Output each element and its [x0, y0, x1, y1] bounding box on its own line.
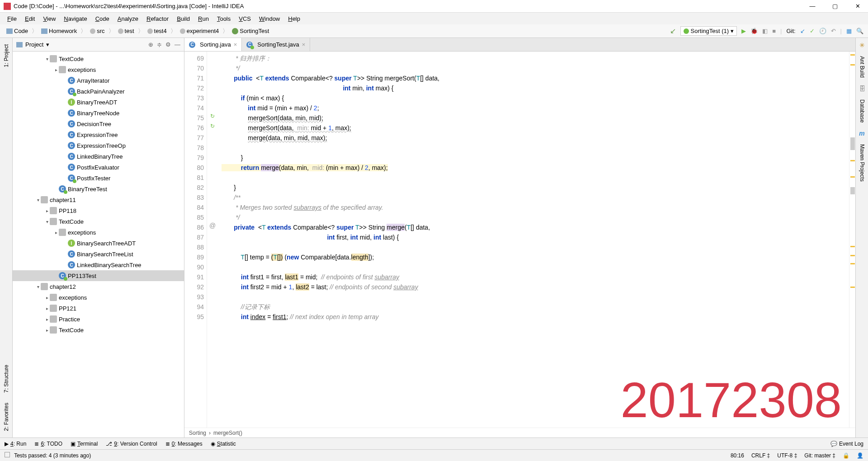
tree-node[interactable]: ▸PP121 — [13, 303, 184, 314]
tree-node[interactable]: ▸TextCode — [13, 325, 184, 335]
minimize-button[interactable]: — — [806, 3, 819, 9]
menu-edit[interactable]: Edit — [21, 14, 38, 23]
menu-vcs[interactable]: VCS — [235, 14, 255, 23]
breadcrumb-item[interactable]: Homework — [39, 27, 79, 35]
favorites-tool-button[interactable]: 2: Favorites — [3, 400, 9, 434]
menu-analyze[interactable]: Analyze — [114, 14, 142, 23]
tree-node[interactable]: ▾TextCode — [13, 53, 184, 64]
run-button[interactable]: ▶ — [741, 28, 746, 34]
tree-node[interactable]: CExpressionTree — [13, 129, 184, 140]
debug-button[interactable]: 🐞 — [750, 28, 758, 34]
hector-icon[interactable]: 👤 — [857, 452, 863, 459]
line-separator[interactable]: CRLF ‡ — [751, 452, 770, 459]
breadcrumb-method[interactable]: mergeSort() — [213, 430, 242, 436]
tree-node[interactable]: ▸Practice — [13, 314, 184, 325]
project-tree[interactable]: ▾TextCode▸exceptionsCArrayIteratorCBackP… — [13, 52, 184, 437]
tree-node[interactable]: ▸PP118 — [13, 205, 184, 216]
tree-node[interactable]: IBinaryTreeADT — [13, 97, 184, 108]
tree-node[interactable]: IBinarySearchTreeADT — [13, 238, 184, 249]
menu-view[interactable]: View — [39, 14, 59, 23]
override-icon[interactable]: @ — [207, 221, 218, 230]
tree-node[interactable]: CBinarySearchTreeList — [13, 249, 184, 259]
recursion-icon[interactable]: ↻ — [207, 111, 218, 121]
tool-window-button[interactable]: ≣6: TODO — [34, 441, 62, 447]
gear-icon[interactable]: ⚙ — [165, 41, 171, 48]
breadcrumb-item[interactable]: test4 — [146, 27, 169, 35]
breadcrumb-item[interactable]: src — [88, 27, 106, 35]
search-icon[interactable]: 🔍 — [856, 28, 863, 34]
database-button[interactable]: Database — [859, 99, 865, 122]
maven-button[interactable]: Maven Projects — [859, 144, 865, 182]
tree-node[interactable]: CArrayIterator — [13, 75, 184, 86]
tree-node[interactable]: ▸exceptions — [13, 64, 184, 75]
editor-tab[interactable]: CSortingTest.java× — [242, 38, 310, 51]
close-button[interactable]: ✕ — [851, 3, 864, 9]
git-revert-icon[interactable]: ↶ — [831, 28, 836, 34]
maximize-button[interactable]: ▢ — [828, 3, 842, 9]
structure-icon[interactable]: ▦ — [846, 28, 852, 34]
tree-node[interactable]: ▸exceptions — [13, 292, 184, 303]
collapse-icon[interactable]: ≑ — [157, 41, 162, 48]
menu-code[interactable]: Code — [92, 14, 113, 23]
build-icon[interactable]: ↙ — [670, 27, 676, 35]
chevron-down-icon[interactable]: ▾ — [46, 41, 49, 48]
editor-tab[interactable]: CSorting.java× — [184, 38, 242, 51]
lock-icon[interactable]: 🔒 — [843, 452, 849, 459]
git-update-icon[interactable]: ↙ — [800, 28, 805, 34]
stop-button[interactable]: ■ — [772, 28, 776, 34]
menu-run[interactable]: Run — [194, 14, 212, 23]
menu-window[interactable]: Window — [255, 14, 283, 23]
maven-icon[interactable]: m — [859, 130, 864, 137]
tree-node[interactable]: CPostfixEvaluator — [13, 162, 184, 173]
menu-file[interactable]: File — [4, 14, 20, 23]
menu-navigate[interactable]: Navigate — [60, 14, 90, 23]
breadcrumb-item[interactable]: experiment4 — [178, 27, 221, 35]
run-config-selector[interactable]: SortingTest (1) ▾ — [680, 26, 737, 36]
tree-node[interactable]: CBackPainAnalyzer — [13, 86, 184, 97]
tree-node[interactable]: CBinaryTreeNode — [13, 108, 184, 118]
code-view[interactable]: * 归并排序： */ public <T extends Comparable<… — [218, 52, 849, 428]
tree-node[interactable]: CPostfixTester — [13, 173, 184, 183]
scroll-to-source-icon[interactable]: ⊕ — [148, 41, 153, 48]
menu-tools[interactable]: Tools — [213, 14, 234, 23]
breadcrumb-item[interactable]: test — [116, 27, 136, 35]
tree-node[interactable]: ▸exceptions — [13, 227, 184, 238]
ant-build-button[interactable]: Ant Build — [859, 56, 865, 78]
tree-node[interactable]: CBinaryTreeTest — [13, 183, 184, 194]
tree-node[interactable]: CDecisionTree — [13, 118, 184, 129]
menu-help[interactable]: Help — [284, 14, 304, 23]
ant-icon[interactable]: ✳ — [859, 42, 865, 49]
tree-node[interactable]: ▾chapter11 — [13, 194, 184, 205]
event-log-button[interactable]: 💬Event Log — [830, 441, 863, 447]
file-encoding[interactable]: UTF-8 ‡ — [777, 452, 797, 459]
breadcrumb-item[interactable]: Code — [5, 27, 30, 35]
tree-node[interactable]: CLinkedBinaryTree — [13, 151, 184, 162]
coverage-button[interactable]: ◧ — [762, 28, 768, 34]
tool-window-button[interactable]: ▶4: Run — [5, 441, 26, 447]
tool-window-button[interactable]: ▣Terminal — [71, 441, 98, 447]
database-icon[interactable]: 🗄 — [859, 85, 865, 92]
recursion-icon[interactable]: ↻ — [207, 121, 218, 131]
tree-node[interactable]: ▾TextCode — [13, 216, 184, 227]
error-stripe[interactable] — [849, 52, 855, 428]
project-tool-button[interactable]: 1: Project — [3, 42, 9, 70]
close-icon[interactable]: × — [302, 41, 306, 48]
tool-window-button[interactable]: ◉Statistic — [211, 441, 236, 447]
tool-window-button[interactable]: ≣0: Messages — [165, 441, 203, 447]
breadcrumb-class[interactable]: Sorting — [189, 430, 206, 436]
git-commit-icon[interactable]: ✓ — [810, 28, 815, 34]
breadcrumb-item[interactable]: SortingTest — [230, 27, 271, 35]
git-branch[interactable]: Git: master ‡ — [804, 452, 835, 459]
git-history-icon[interactable]: 🕘 — [819, 28, 826, 34]
tree-node[interactable]: CLinkedBinarySearchTree — [13, 259, 184, 270]
tree-node[interactable]: CPP113Test — [13, 270, 184, 281]
tree-node[interactable]: CExpressionTreeOp — [13, 140, 184, 151]
structure-tool-button[interactable]: 7: Structure — [3, 362, 9, 395]
editor-body[interactable]: 6970717273747576777879808182838485868788… — [184, 52, 855, 428]
menu-build[interactable]: Build — [173, 14, 193, 23]
hide-icon[interactable]: — — [175, 41, 180, 48]
close-icon[interactable]: × — [234, 41, 237, 48]
menu-refactor[interactable]: Refactor — [143, 14, 172, 23]
tree-node[interactable]: ▾chapter12 — [13, 281, 184, 292]
tool-window-button[interactable]: ⎇9: Version Control — [106, 441, 157, 447]
